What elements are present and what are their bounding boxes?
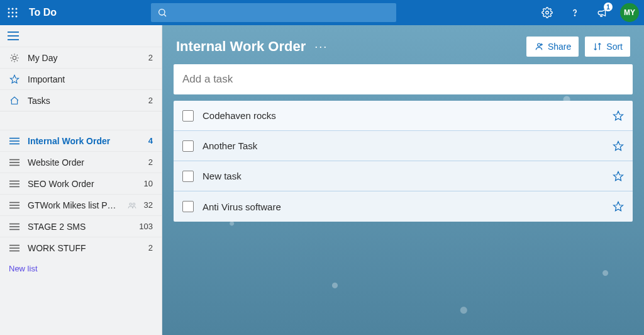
notification-badge: 1 xyxy=(604,3,613,11)
svg-line-22 xyxy=(17,60,18,60)
task-star-button[interactable] xyxy=(613,140,624,152)
svg-line-23 xyxy=(11,60,12,60)
sidebar-item-label: My Day xyxy=(28,53,141,63)
sidebar-item-label: STAGE 2 SMS xyxy=(28,222,131,232)
list-icon xyxy=(9,223,20,230)
sidebar-item-label: Internal Work Order xyxy=(28,136,141,146)
svg-point-7 xyxy=(12,16,14,18)
sort-button[interactable]: Sort xyxy=(585,37,630,57)
sidebar-item-myday[interactable]: My Day 2 xyxy=(0,47,162,68)
svg-point-38 xyxy=(129,203,131,205)
sidebar-item-stage2sms[interactable]: STAGE 2 SMS 103 xyxy=(0,215,162,237)
svg-line-10 xyxy=(164,14,166,16)
search-icon xyxy=(157,8,167,18)
add-task-input[interactable] xyxy=(174,64,633,94)
list-icon xyxy=(9,202,20,209)
task-star-button[interactable] xyxy=(613,171,624,182)
svg-point-0 xyxy=(8,8,10,10)
sun-icon xyxy=(9,53,20,63)
sidebar-item-count: 2 xyxy=(148,96,153,105)
task-title: New task xyxy=(203,171,604,181)
svg-marker-49 xyxy=(614,111,623,120)
svg-point-5 xyxy=(16,12,18,14)
svg-point-39 xyxy=(133,203,135,205)
svg-point-9 xyxy=(159,9,165,15)
search-input[interactable] xyxy=(151,3,396,22)
sidebar-item-count: 2 xyxy=(148,53,153,62)
svg-point-4 xyxy=(12,12,14,14)
sidebar-item-internal-work-order[interactable]: Internal Work Order 4 xyxy=(0,130,162,151)
task-row[interactable]: New task xyxy=(174,161,633,191)
svg-point-16 xyxy=(13,56,16,59)
task-star-button[interactable] xyxy=(613,110,624,122)
sidebar-item-important[interactable]: Important xyxy=(0,68,162,89)
list-title: Internal Work Order xyxy=(176,38,306,55)
sidebar-toggle-button[interactable] xyxy=(0,25,162,47)
svg-marker-51 xyxy=(614,171,623,180)
share-icon xyxy=(534,42,544,52)
sidebar-item-tasks[interactable]: Tasks 2 xyxy=(0,89,162,111)
task-row[interactable]: Anti Virus software xyxy=(174,191,633,222)
app-title: To Do xyxy=(25,7,57,18)
sidebar-item-label: GTWork Mikes list Personal xyxy=(28,200,120,210)
sort-icon xyxy=(592,42,602,52)
sidebar-item-label: Website Order xyxy=(28,157,141,168)
add-task-field[interactable] xyxy=(182,73,624,86)
list-header: Internal Work Order ··· Share Sort xyxy=(162,25,644,60)
task-checkbox[interactable] xyxy=(182,110,194,122)
star-icon xyxy=(613,171,624,182)
task-checkbox[interactable] xyxy=(182,171,194,182)
list-options-button[interactable]: ··· xyxy=(314,40,328,54)
settings-button[interactable] xyxy=(535,0,560,25)
svg-marker-25 xyxy=(10,75,18,83)
app-launcher-button[interactable] xyxy=(0,0,25,25)
task-checkbox[interactable] xyxy=(182,201,194,212)
new-list-label: New list xyxy=(9,264,38,273)
share-button[interactable]: Share xyxy=(526,37,579,57)
svg-line-21 xyxy=(11,55,12,55)
new-list-button[interactable]: New list xyxy=(0,258,162,278)
task-row[interactable]: Codehaven rocks xyxy=(174,101,633,131)
sidebar-item-count: 10 xyxy=(144,179,153,188)
list-icon xyxy=(9,244,20,252)
home-icon xyxy=(9,96,20,106)
star-icon xyxy=(613,110,624,122)
sidebar-item-website-order[interactable]: Website Order 2 xyxy=(0,151,162,173)
sidebar-item-count: 4 xyxy=(148,136,153,145)
task-checkbox[interactable] xyxy=(182,140,194,152)
help-button[interactable] xyxy=(562,0,587,25)
task-title: Anti Virus software xyxy=(203,202,604,212)
svg-point-3 xyxy=(8,12,10,14)
svg-point-2 xyxy=(16,8,18,10)
svg-marker-52 xyxy=(614,202,623,211)
sidebar-userlists: Internal Work Order 4 Website Order 2 SE… xyxy=(0,130,162,258)
sort-label: Sort xyxy=(606,42,623,52)
svg-point-46 xyxy=(538,43,541,47)
sidebar-item-seo-work-order[interactable]: SEO Work Order 10 xyxy=(0,173,162,194)
star-icon xyxy=(613,140,624,152)
list-icon xyxy=(9,180,20,188)
list-icon xyxy=(9,137,20,145)
sidebar-item-work-stuff[interactable]: WORK STUFF 2 xyxy=(0,237,162,258)
sidebar: My Day 2 Important Tasks xyxy=(0,25,162,335)
avatar[interactable]: MY xyxy=(620,3,639,22)
task-list: Codehaven rocks Another Task New task xyxy=(174,101,633,222)
svg-point-1 xyxy=(12,8,14,10)
sidebar-item-count: 2 xyxy=(148,157,153,167)
hamburger-icon xyxy=(8,31,19,40)
help-icon xyxy=(569,7,580,18)
svg-line-24 xyxy=(17,55,18,55)
list-icon xyxy=(9,159,20,166)
sidebar-item-gtwork[interactable]: GTWork Mikes list Personal 32 xyxy=(0,194,162,215)
task-row[interactable]: Another Task xyxy=(174,131,633,161)
sidebar-item-label: Tasks xyxy=(28,96,141,106)
sidebar-smartlists: My Day 2 Important Tasks xyxy=(0,47,162,111)
task-star-button[interactable] xyxy=(613,201,624,212)
task-title: Codehaven rocks xyxy=(203,110,604,121)
svg-point-8 xyxy=(16,16,18,18)
app-header: To Do 1 MY xyxy=(0,0,644,25)
whats-new-button[interactable]: 1 xyxy=(590,0,615,25)
gear-icon xyxy=(541,7,553,18)
star-icon xyxy=(613,201,624,212)
sidebar-item-label: Important xyxy=(28,74,145,84)
